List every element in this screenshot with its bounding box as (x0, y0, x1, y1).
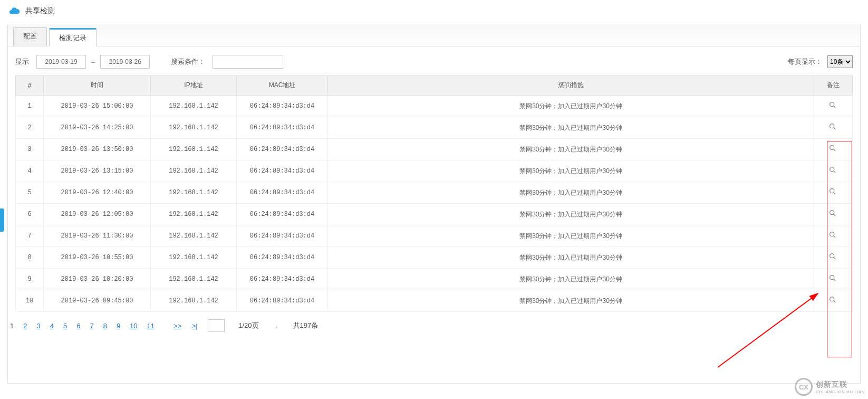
cloud-icon (8, 5, 20, 17)
page-title: 共享检测 (25, 6, 55, 16)
cell-mac: 06:24:89:34:d3:d4 (237, 204, 328, 225)
page-header: 共享检测 (0, 0, 868, 24)
pager: 1 234567891011 >> >| 1/20页 ， 共197条 (8, 312, 860, 332)
cell-note (814, 290, 853, 312)
per-page-select[interactable]: 10条 (827, 55, 853, 68)
cell-index: 10 (16, 290, 44, 312)
table-row: 62019-03-26 12:05:00192.168.1.14206:24:8… (16, 204, 853, 225)
table-row: 32019-03-26 13:50:00192.168.1.14206:24:8… (16, 139, 853, 160)
cell-punish: 禁网30分钟；加入已过期用户30分钟 (328, 225, 814, 247)
pager-last[interactable]: >| (191, 322, 198, 330)
watermark-brand: CX 创新互联 CHUANG XIN HU LIAN (795, 378, 865, 396)
cell-ip: 192.168.1.142 (151, 117, 237, 139)
cell-index: 8 (16, 247, 44, 269)
cell-ip: 192.168.1.142 (151, 139, 237, 160)
cell-ip: 192.168.1.142 (151, 290, 237, 312)
magnify-icon[interactable] (828, 252, 838, 262)
svg-point-8 (830, 189, 834, 193)
main-panel: 配置 检测记录 显示 – 搜索条件： 每页显示： 10条 # 时间 I (7, 24, 861, 384)
pager-page-link[interactable]: 9 (117, 322, 120, 330)
magnify-icon[interactable] (828, 144, 838, 154)
svg-point-4 (830, 146, 834, 150)
cell-index: 2 (16, 117, 44, 139)
cell-note (814, 117, 853, 139)
svg-line-5 (834, 149, 835, 151)
cell-index: 7 (16, 225, 44, 247)
search-label: 搜索条件： (171, 57, 205, 66)
svg-line-1 (834, 106, 835, 108)
search-input[interactable] (213, 55, 283, 69)
cell-index: 3 (16, 139, 44, 160)
cell-mac: 06:24:89:34:d3:d4 (237, 96, 328, 117)
magnify-icon[interactable] (828, 101, 838, 110)
magnify-icon[interactable] (828, 122, 838, 132)
cell-ip: 192.168.1.142 (151, 96, 237, 117)
pager-page-link[interactable]: 10 (130, 322, 137, 330)
tab-records[interactable]: 检测记录 (49, 28, 97, 46)
date-from-input[interactable] (36, 55, 86, 69)
tab-config[interactable]: 配置 (13, 27, 47, 46)
svg-point-2 (830, 124, 834, 128)
svg-point-0 (830, 102, 834, 107)
pager-page-link[interactable]: 2 (23, 322, 27, 330)
records-table: # 时间 IP地址 MAC地址 惩罚措施 备注 12019-03-26 15:0… (15, 75, 853, 312)
cell-note (814, 96, 853, 117)
cell-note (814, 269, 853, 290)
th-punish: 惩罚措施 (328, 75, 814, 96)
brand-text: 创新互联 (816, 380, 865, 390)
svg-point-12 (830, 232, 834, 236)
per-page-label: 每页显示： (788, 57, 822, 66)
pager-page-link[interactable]: 3 (36, 322, 40, 330)
cell-mac: 06:24:89:34:d3:d4 (237, 160, 328, 182)
cell-mac: 06:24:89:34:d3:d4 (237, 247, 328, 269)
cell-mac: 06:24:89:34:d3:d4 (237, 225, 328, 247)
cell-time: 2019-03-26 10:55:00 (44, 247, 151, 269)
cell-note (814, 182, 853, 204)
table-row: 92019-03-26 10:20:00192.168.1.14206:24:8… (16, 269, 853, 290)
magnify-icon[interactable] (828, 187, 838, 197)
magnify-icon[interactable] (828, 209, 838, 218)
pager-next[interactable]: >> (173, 322, 181, 330)
pager-page-link[interactable]: 8 (103, 322, 107, 330)
cell-punish: 禁网30分钟；加入已过期用户30分钟 (328, 204, 814, 225)
cell-time: 2019-03-26 10:20:00 (44, 269, 151, 290)
cell-ip: 192.168.1.142 (151, 204, 237, 225)
cell-punish: 禁网30分钟；加入已过期用户30分钟 (328, 160, 814, 182)
pager-total-info: 共197条 (293, 321, 319, 330)
magnify-icon[interactable] (828, 166, 838, 175)
cell-time: 2019-03-26 12:40:00 (44, 182, 151, 204)
svg-point-16 (830, 276, 834, 280)
svg-line-13 (834, 236, 835, 238)
cell-time: 2019-03-26 13:50:00 (44, 139, 151, 160)
pager-page-link[interactable]: 6 (76, 322, 80, 330)
cell-mac: 06:24:89:34:d3:d4 (237, 269, 328, 290)
th-index: # (16, 75, 44, 96)
cell-mac: 06:24:89:34:d3:d4 (237, 182, 328, 204)
cell-punish: 禁网30分钟；加入已过期用户30分钟 (328, 269, 814, 290)
table-row: 22019-03-26 14:25:00192.168.1.14206:24:8… (16, 117, 853, 139)
table-row: 42019-03-26 13:15:00192.168.1.14206:24:8… (16, 160, 853, 182)
pager-goto-input[interactable] (208, 319, 225, 332)
magnify-icon[interactable] (828, 231, 838, 240)
svg-point-6 (830, 167, 834, 172)
cell-note (814, 139, 853, 160)
pager-page-link[interactable]: 4 (50, 322, 54, 330)
cell-time: 2019-03-26 15:00:00 (44, 96, 151, 117)
table-row: 12019-03-26 15:00:00192.168.1.14206:24:8… (16, 96, 853, 117)
brand-subtext: CHUANG XIN HU LIAN (816, 390, 865, 394)
cell-ip: 192.168.1.142 (151, 269, 237, 290)
pager-page-link[interactable]: 7 (90, 322, 93, 330)
pager-page-link[interactable]: 5 (63, 322, 67, 330)
table-row: 72019-03-26 11:30:00192.168.1.14206:24:8… (16, 225, 853, 247)
magnify-icon[interactable] (828, 274, 838, 283)
cell-index: 4 (16, 160, 44, 182)
brand-logo-icon: CX (795, 378, 813, 396)
side-expand-tab[interactable] (0, 208, 4, 232)
pager-page-link[interactable]: 11 (147, 322, 155, 330)
date-to-input[interactable] (100, 55, 150, 69)
svg-line-7 (834, 171, 835, 173)
magnify-icon[interactable] (828, 296, 838, 305)
date-separator: – (91, 58, 95, 66)
cell-time: 2019-03-26 12:05:00 (44, 204, 151, 225)
cell-ip: 192.168.1.142 (151, 247, 237, 269)
